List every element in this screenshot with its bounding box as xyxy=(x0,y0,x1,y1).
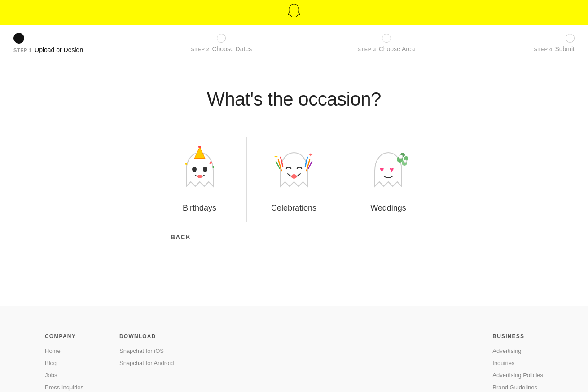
step-connector-2 xyxy=(252,37,357,37)
snapchat-logo-icon xyxy=(286,3,302,22)
occasion-card-birthdays[interactable]: Birthdays xyxy=(153,137,247,222)
step-1-number: STEP 1 xyxy=(13,48,32,53)
weddings-ghost-icon: ♥ ♥ xyxy=(366,146,411,195)
svg-text:♥: ♥ xyxy=(380,166,384,173)
celebrations-label: Celebrations xyxy=(271,203,316,213)
step-1-label: Upload or Design xyxy=(35,46,83,53)
step-connector-3 xyxy=(415,37,521,37)
occasion-section: Birthdays xyxy=(153,137,435,252)
occasion-card-weddings[interactable]: ♥ ♥ Weddings xyxy=(341,137,435,222)
footer-link-android[interactable]: Snapchat for Android xyxy=(119,360,174,366)
step-3-label: Choose Area xyxy=(379,45,415,53)
footer-link-blog[interactable]: Blog xyxy=(45,360,83,366)
occasion-card-celebrations[interactable]: ✦ ✦ Celebrations xyxy=(247,137,341,222)
step-3-dot xyxy=(382,34,391,43)
weddings-label: Weddings xyxy=(370,203,406,213)
step-2[interactable]: STEP 2 Choose Dates xyxy=(191,34,252,53)
birthdays-ghost-icon xyxy=(177,146,222,195)
svg-point-0 xyxy=(192,167,197,172)
step-3[interactable]: STEP 3 Choose Area xyxy=(358,34,415,53)
svg-text:✦: ✦ xyxy=(308,152,313,158)
header xyxy=(0,0,588,25)
svg-text:♥: ♥ xyxy=(390,166,394,173)
svg-point-25 xyxy=(404,160,407,163)
footer-link-ios[interactable]: Snapchat for iOS xyxy=(119,348,174,354)
footer-link-ad-policies[interactable]: Advertising Policies xyxy=(492,372,543,379)
footer-link-press[interactable]: Press Inquiries xyxy=(45,384,83,391)
footer-download-heading: DOWNLOAD xyxy=(119,333,174,339)
step-connector-1 xyxy=(85,37,191,37)
birthdays-label: Birthdays xyxy=(183,203,216,213)
svg-marker-2 xyxy=(194,147,205,159)
svg-point-9 xyxy=(291,174,297,179)
occasion-cards: Birthdays xyxy=(153,137,435,222)
step-2-label: Choose Dates xyxy=(212,45,252,53)
footer-link-brand[interactable]: Brand Guidelines xyxy=(492,384,543,391)
back-section: BACK xyxy=(153,222,435,252)
step-3-number: STEP 3 xyxy=(358,47,376,52)
footer-download: DOWNLOAD Snapchat for iOS Snapchat for A… xyxy=(119,333,174,392)
step-4[interactable]: STEP 4 Submit xyxy=(521,34,575,53)
footer-business: BUSINESS Advertising Inquiries Advertisi… xyxy=(492,333,543,392)
svg-point-5 xyxy=(197,175,202,178)
page-title: What's the occasion? xyxy=(207,88,381,110)
footer-link-home[interactable]: Home xyxy=(45,348,83,354)
footer-company: COMPANY Home Blog Jobs Press Inquiries T… xyxy=(45,333,83,392)
step-1-dot xyxy=(13,33,24,44)
footer-business-heading: BUSINESS xyxy=(492,333,543,339)
main-content: What's the occasion? xyxy=(0,62,588,270)
footer: COMPANY Home Blog Jobs Press Inquiries T… xyxy=(0,306,588,392)
footer-link-advertising[interactable]: Advertising xyxy=(492,348,543,354)
footer-company-heading: COMPANY xyxy=(45,333,83,339)
svg-point-24 xyxy=(399,155,403,159)
step-4-label: Submit xyxy=(555,45,575,53)
step-2-number: STEP 2 xyxy=(191,47,209,52)
step-2-dot xyxy=(217,34,226,43)
svg-point-1 xyxy=(203,167,207,172)
footer-link-inquiries[interactable]: Inquiries xyxy=(492,360,543,366)
step-1[interactable]: STEP 1 Upload or Design xyxy=(13,33,85,53)
step-4-number: STEP 4 xyxy=(534,47,552,52)
footer-link-jobs[interactable]: Jobs xyxy=(45,372,83,379)
stepper: STEP 1 Upload or Design STEP 2 Choose Da… xyxy=(0,25,588,62)
svg-point-3 xyxy=(198,146,201,148)
svg-text:✦: ✦ xyxy=(274,154,278,160)
step-4-dot xyxy=(566,34,575,43)
back-button[interactable]: BACK xyxy=(171,233,191,241)
celebrations-ghost-icon: ✦ ✦ xyxy=(272,146,316,195)
